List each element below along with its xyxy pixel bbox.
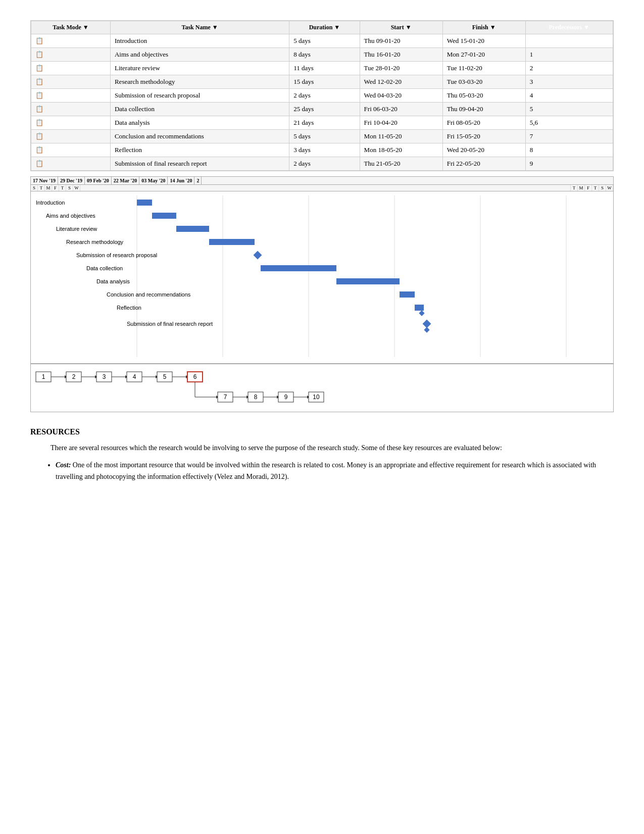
duration-cell: 5 days (289, 34, 360, 48)
task-name-cell: Submission of research proposal (110, 89, 289, 103)
day-s3 (80, 185, 571, 191)
finish-cell: Thu 09-04-20 (442, 103, 525, 116)
duration-cell: 21 days (289, 116, 360, 130)
task-mode-cell: 📋 (31, 157, 111, 171)
day-t2: T (59, 185, 66, 191)
svg-text:Data analysis: Data analysis (96, 278, 130, 284)
finish-cell: Tue 03-03-20 (442, 75, 525, 89)
col-header-duration[interactable]: Duration ▼ (289, 21, 360, 34)
gantt-chart-area: 17 Nov '19 29 Dec '19 09 Feb '20 22 Mar … (30, 176, 614, 364)
bullet-cost-text: One of the most important resource that … (56, 461, 596, 480)
table-row: 📋Introduction5 daysThu 09-01-20Wed 15-01… (31, 34, 613, 48)
task-name-cell: Submission of final research report (110, 157, 289, 171)
start-cell: Mon 11-05-20 (360, 130, 442, 143)
tl-label-4: 22 Mar '20 (112, 177, 139, 184)
start-cell: Tue 28-01-20 (360, 62, 442, 75)
pred-cell: 2 (525, 62, 613, 75)
tl-label-6: 14 Jun '20 (168, 177, 194, 184)
bar-data-collection (261, 265, 336, 271)
pred-cell: 8 (525, 143, 613, 157)
day-s4: S (599, 185, 606, 191)
task-name-cell: Reflection (110, 143, 289, 157)
task-mode-cell: 📋 (31, 103, 111, 116)
day-f2: F (585, 185, 592, 191)
task-name-cell: Data analysis (110, 116, 289, 130)
start-cell: Fri 06-03-20 (360, 103, 442, 116)
table-row: 📋Data analysis21 daysFri 10-04-20Fri 08-… (31, 116, 613, 130)
day-m2: M (578, 185, 585, 191)
task-name-cell: Literature review (110, 62, 289, 75)
task-name-cell: Data collection (110, 103, 289, 116)
resources-section: RESOURCES There are several resources wh… (30, 427, 614, 482)
pred-cell: 7 (525, 130, 613, 143)
gantt-table-container: Task Mode ▼ Task Name ▼ Duration ▼ Start… (30, 20, 614, 171)
task-mode-cell: 📋 (31, 143, 111, 157)
milestone-final-report (423, 320, 431, 328)
day-t1: T (38, 185, 45, 191)
start-cell: Thu 09-01-20 (360, 34, 442, 48)
day-w2: W (606, 185, 613, 191)
svg-text:6: 6 (193, 373, 197, 380)
col-header-task-name[interactable]: Task Name ▼ (110, 21, 289, 34)
table-row: 📋Research methodology15 daysWed 12-02-20… (31, 75, 613, 89)
svg-text:1: 1 (42, 373, 45, 380)
svg-text:Reflection: Reflection (117, 305, 141, 311)
svg-text:Research methodology: Research methodology (66, 239, 124, 245)
finish-cell: Fri 08-05-20 (442, 116, 525, 130)
gantt-table: Task Mode ▼ Task Name ▼ Duration ▼ Start… (31, 21, 613, 171)
task-name-cell: Conclusion and recommendations (110, 130, 289, 143)
milestone-submission-proposal (254, 251, 262, 260)
pred-cell: 9 (525, 157, 613, 171)
task-name-cell: Aims and objectives (110, 48, 289, 62)
svg-text:10: 10 (313, 394, 320, 401)
start-cell: Wed 12-02-20 (360, 75, 442, 89)
finish-cell: Fri 15-05-20 (442, 130, 525, 143)
svg-text:2: 2 (72, 373, 76, 380)
milestone-reflection (419, 310, 424, 316)
duration-cell: 8 days (289, 48, 360, 62)
finish-cell: Thu 05-03-20 (442, 89, 525, 103)
day-m1: M (45, 185, 52, 191)
task-mode-cell: 📋 (31, 62, 111, 75)
duration-cell: 15 days (289, 75, 360, 89)
bar-conclusion (400, 291, 415, 298)
task-name-cell: Introduction (110, 34, 289, 48)
svg-text:Submission of research proposa: Submission of research proposal (76, 252, 157, 258)
gantt-day-header: S T M F T S W T M F T S W (31, 185, 613, 191)
pred-cell: 3 (525, 75, 613, 89)
tl-label-7: 2 (194, 177, 202, 184)
pred-cell: 4 (525, 89, 613, 103)
day-t4: T (592, 185, 599, 191)
table-row: 📋Aims and objectives8 daysThu 16-01-20Mo… (31, 48, 613, 62)
start-cell: Mon 18-05-20 (360, 143, 442, 157)
gantt-chart-visual: Introduction Aims and objectives Literat… (31, 191, 613, 363)
col-header-finish[interactable]: Finish ▼ (442, 21, 525, 34)
network-svg: 1 2 3 4 5 6 7 8 (31, 364, 602, 410)
col-header-predecessors[interactable]: Predecessors ▼ (525, 21, 613, 34)
tl-label-1: 17 Nov '19 (31, 177, 58, 184)
bar-research-meth (209, 239, 255, 245)
task-mode-cell: 📋 (31, 130, 111, 143)
svg-text:Data collection: Data collection (86, 265, 123, 271)
svg-text:Introduction: Introduction (36, 200, 65, 206)
task-mode-cell: 📋 (31, 116, 111, 130)
col-header-start[interactable]: Start ▼ (360, 21, 442, 34)
bar-lit-review (176, 226, 209, 232)
day-w1: W (73, 185, 80, 191)
task-mode-cell: 📋 (31, 48, 111, 62)
milestone-final-report-2 (424, 327, 429, 332)
finish-cell: Tue 11-02-20 (442, 62, 525, 75)
pred-cell: 5,6 (525, 116, 613, 130)
finish-cell: Wed 20-05-20 (442, 143, 525, 157)
table-row: 📋Submission of research proposal2 daysWe… (31, 89, 613, 103)
task-mode-cell: 📋 (31, 89, 111, 103)
finish-cell: Mon 27-01-20 (442, 48, 525, 62)
svg-text:Submission of final research r: Submission of final research report (127, 321, 213, 327)
day-t3: T (571, 185, 578, 191)
duration-cell: 5 days (289, 130, 360, 143)
finish-cell: Fri 22-05-20 (442, 157, 525, 171)
duration-cell: 2 days (289, 89, 360, 103)
svg-text:5: 5 (163, 373, 167, 380)
pred-cell: 1 (525, 48, 613, 62)
col-header-task-mode[interactable]: Task Mode ▼ (31, 21, 111, 34)
